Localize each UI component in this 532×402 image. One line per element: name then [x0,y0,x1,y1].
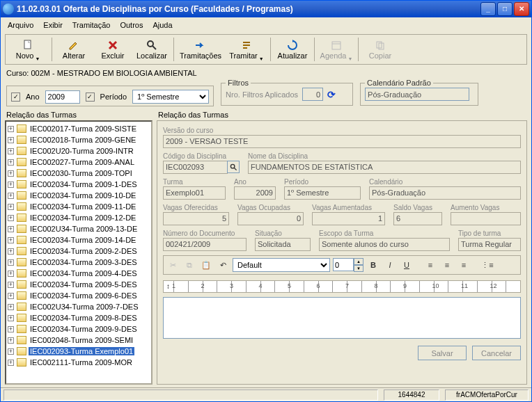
tree-item[interactable]: +IEC002034-Turma 2009-1-DES [6,179,151,190]
tree-item[interactable]: +IEC002U34-Turma 2009-13-DE [6,223,151,234]
expand-icon[interactable]: + [8,271,14,277]
status-bar: 1644842 frACMOfertaPorCur [1,387,531,401]
menu-bar: Arquivo Exibir Tramitação Outros Ajuda [1,17,531,33]
doc-icon [17,236,26,244]
tree-item[interactable]: +IEC002034-Turma 2009-6-DES [6,290,151,301]
expand-icon[interactable]: + [8,348,14,355]
bold-button[interactable]: B [366,258,380,272]
tree-item-label: IEC002034-Turma 2009-1-DES [29,180,139,188]
rich-text-area[interactable] [163,297,521,339]
tree-item[interactable]: +IEC002034-Turma 2009-2-DES [6,246,151,257]
tree-item[interactable]: +IEC002034-Turma 2009-14-DE [6,234,151,246]
expand-icon[interactable]: + [8,193,14,199]
toolbar-alterar[interactable]: Alterar [55,36,93,63]
curso-label: Curso: 002M - MESTRADO EM BIOLOGIA AMBIE… [1,66,531,79]
expand-icon[interactable]: + [8,293,14,299]
doc-icon [17,314,26,322]
menu-outros[interactable]: Outros [116,19,147,31]
toolbar-localizar[interactable]: Localizar [133,36,171,63]
maximize-button[interactable]: □ [497,2,513,16]
toolbar-atualizar[interactable]: Atualizar [274,36,311,63]
tree-item[interactable]: +IEC002034-Turma 2009-12-DE [6,212,151,223]
expand-icon[interactable]: + [8,237,14,243]
size-up-button[interactable]: ▲ [354,258,363,265]
align-right-button[interactable]: ≡ [457,258,471,272]
expand-icon[interactable]: + [8,182,14,188]
align-left-button[interactable]: ≡ [423,258,437,272]
tree-item[interactable]: +IEC002U20-Turma 2009-INTR [6,145,151,156]
tree-item[interactable]: +IEC002U34-Turma 2009-7-DES [6,301,151,312]
menu-exibir[interactable]: Exibir [39,19,67,31]
align-center-button[interactable]: ≡ [440,258,454,272]
ano-input[interactable]: 2009 [45,90,80,104]
expand-icon[interactable]: + [8,326,14,332]
tree-item[interactable]: +IEC002034-Turma 2009-5-DES [6,279,151,290]
tree-item[interactable]: +IEC002018-Turma 2009-GENE [6,134,151,145]
expand-icon[interactable]: + [8,215,14,221]
bullets-button[interactable]: ⋮≡ [480,258,494,272]
doc-icon [17,347,26,355]
expand-icon[interactable]: + [8,226,14,232]
size-down-button[interactable]: ▼ [354,265,363,272]
edit-icon [68,40,79,51]
expand-icon[interactable]: + [8,259,14,266]
expand-icon[interactable]: + [8,148,14,154]
expand-icon[interactable]: + [8,248,14,255]
tree-view[interactable]: +IEC002017-Turma 2009-SISTE+IEC002018-Tu… [5,120,152,385]
expand-icon[interactable]: + [8,282,14,288]
vagasau-label: Vagas Aumentadas [312,204,385,211]
menu-tramitacao[interactable]: Tramitação [68,19,115,31]
font-select[interactable]: Default [233,258,330,272]
expand-icon[interactable]: + [8,315,14,321]
search-icon [146,40,157,51]
tree-item-label: IEC002034-Turma 2009-5-DES [29,280,139,289]
expand-icon[interactable]: + [8,304,14,310]
menu-ajuda[interactable]: Ajuda [148,19,176,31]
copy-icon: ⧉ [182,258,196,272]
font-size-input[interactable] [333,258,354,271]
ruler[interactable]: ↕ 12 34 56 78 910 1112 [163,280,521,293]
expand-icon[interactable]: + [8,170,14,177]
toolbar-tramitar[interactable]: Tramitar▼ [226,36,267,63]
expand-icon[interactable]: + [8,159,14,166]
undo-icon[interactable]: ↶ [216,258,230,272]
tree-item[interactable]: +IEC002034-Turma 2009-3-DES [6,257,151,268]
aumento-value [451,212,521,225]
tree-item[interactable]: +IEC002030-Turma 2009-TOPI [6,168,151,179]
toolbar-novo[interactable]: Novo▼ [7,36,49,63]
expand-icon[interactable]: + [8,337,14,344]
menu-arquivo[interactable]: Arquivo [3,19,38,31]
tree-item[interactable]: +IEC002034-Turma 2009-10-DE [6,190,151,201]
close-button[interactable]: ✕ [514,2,529,16]
tree-item[interactable]: +IEC002034-Turma 2009-4-DES [6,268,151,279]
tree-item[interactable]: +IEC002034-Turma 2009-8-DES [6,312,151,323]
saldo-value: 6 [393,212,442,225]
tree-item[interactable]: +IEC002111-Turma 2009-MOR [6,357,151,368]
salvar-button[interactable]: Salvar [418,346,467,360]
doc-icon [17,169,26,177]
expand-icon[interactable]: + [8,126,14,132]
periodo-checkbox[interactable]: ✓ [86,93,95,102]
filtros-refresh-icon[interactable]: ⟳ [327,89,336,100]
aumento-label: Aumento Vagas [451,204,521,211]
periodo-select[interactable]: 1º Semestre [132,90,209,104]
expand-icon[interactable]: + [8,204,14,210]
expand-icon[interactable]: + [8,360,14,366]
cancelar-button[interactable]: Cancelar [472,346,521,360]
toolbar-tramitacoes[interactable]: Tramitações [177,36,224,63]
tree-item[interactable]: +IEC002034-Turma 2009-11-DE [6,201,151,212]
underline-button[interactable]: U [400,258,414,272]
ano-checkbox[interactable]: ✓ [11,93,20,102]
tree-item[interactable]: +IEC002017-Turma 2009-SISTE [6,123,151,134]
tree-item[interactable]: +IEC002093-Turma Exemplo01 [6,346,151,357]
toolbar-excluir[interactable]: Excluir [94,36,132,63]
nome-label: Nome da Disciplina [248,152,521,160]
expand-icon[interactable]: + [8,137,14,143]
tree-item[interactable]: +IEC002048-Turma 2009-SEMI [6,335,151,346]
tree-item[interactable]: +IEC002027-Turma 2009-ANAL [6,156,151,168]
italic-button[interactable]: I [383,258,397,272]
minimize-button[interactable]: _ [480,2,496,16]
tree-item[interactable]: +IEC002034-Turma 2009-9-DES [6,323,151,335]
dropdown-arrow-icon: ▼ [348,56,353,61]
codigo-lookup-button[interactable] [227,161,240,173]
